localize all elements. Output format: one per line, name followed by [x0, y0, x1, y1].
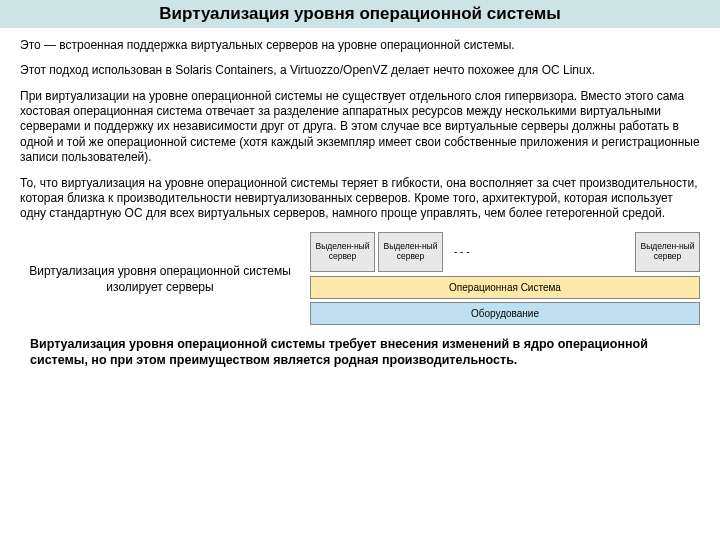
dedicated-server-box-2: Выделен-ный сервер: [378, 232, 443, 272]
diagram-row: Виртуализация уровня операционной систем…: [0, 232, 720, 328]
paragraph-2: Этот подход использован в Solaris Contai…: [20, 63, 700, 78]
caption-line-1: Виртуализация уровня операционной систем…: [29, 264, 291, 278]
server-row: Выделен-ный сервер Выделен-ный сервер - …: [310, 232, 700, 272]
dedicated-server-box-n: Выделен-ный сервер: [635, 232, 700, 272]
hardware-layer-box: Оборудование: [310, 302, 700, 325]
paragraph-3: При виртуализации на уровне операционной…: [20, 89, 700, 166]
caption-line-2: изолирует серверы: [106, 280, 213, 294]
architecture-diagram: Выделен-ный сервер Выделен-ный сервер - …: [310, 232, 700, 328]
slide-title: Виртуализация уровня операционной систем…: [0, 0, 720, 28]
os-layer-box: Операционная Система: [310, 276, 700, 299]
diagram-caption: Виртуализация уровня операционной систем…: [20, 264, 310, 295]
dedicated-server-box-1: Выделен-ный сервер: [310, 232, 375, 272]
paragraph-4: То, что виртуализация на уровне операцио…: [20, 176, 700, 222]
paragraph-1: Это — встроенная поддержка виртуальных с…: [20, 38, 700, 53]
ellipsis: - - -: [446, 246, 478, 257]
conclusion-text: Виртуализация уровня операционной систем…: [0, 328, 720, 369]
body-text: Это — встроенная поддержка виртуальных с…: [0, 28, 720, 222]
